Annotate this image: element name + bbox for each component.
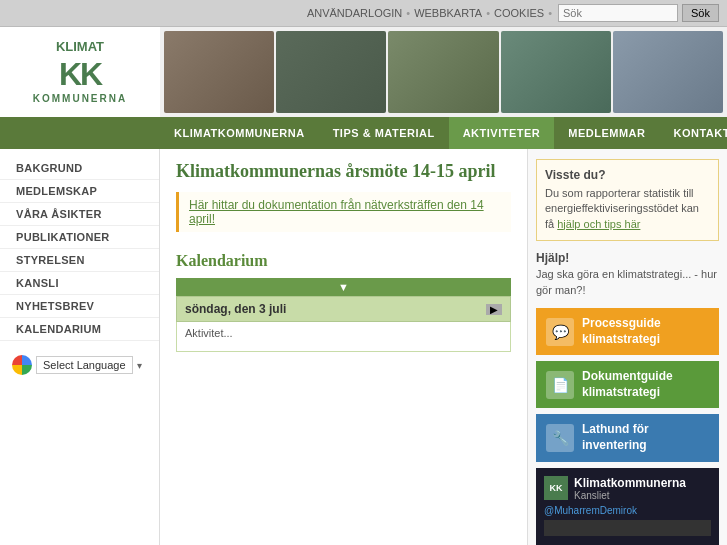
sidebar-item-styrelsen[interactable]: STYRELSEN — [0, 249, 159, 272]
nav-items: KLIMATKOMMUNERNA TIPS & MATERIAL AKTIVIT… — [160, 117, 727, 149]
wrench-icon: 🔧 — [546, 424, 574, 452]
main-content: Klimatkommunernas årsmöte 14-15 april Hä… — [160, 149, 527, 545]
visste-text: Du som rapporterar statistik till energi… — [545, 186, 710, 232]
topbar-cookies-link[interactable]: COOKIES — [494, 7, 544, 19]
chat-icon: 💬 — [546, 318, 574, 346]
guide-processguide-text: Processguideklimatstrategi — [582, 316, 661, 347]
content-wrapper: BAKGRUND MEDLEMSKAP VÅRA ÅSIKTER PUBLIKA… — [0, 149, 727, 545]
kal-event-date: söndag, den 3 juli — [185, 302, 286, 316]
guide-card-dokumentguide[interactable]: 📄 Dokumentguideklimatstrategi — [536, 361, 719, 408]
sidebar-item-nyhetsbrev[interactable]: NYHETSBREV — [0, 295, 159, 318]
topbar-webbkarta-link[interactable]: WEBBKARTA — [414, 7, 482, 19]
header: KLIMAT KK KOMMUNERNA — [0, 27, 727, 117]
guide-card-processguide[interactable]: 💬 Processguideklimatstrategi — [536, 308, 719, 355]
highlight-box: Här hittar du dokumentation från nätverk… — [176, 192, 511, 232]
kal-event-body: Aktivitet... — [176, 322, 511, 352]
nav-tips-material[interactable]: TIPS & MATERIAL — [319, 117, 449, 149]
sidebar-item-vara-asikter[interactable]: VÅRA ÅSIKTER — [0, 203, 159, 226]
google-translate-icon — [12, 355, 32, 375]
sidebar-item-kalendarium[interactable]: KALENDARIUM — [0, 318, 159, 341]
visste-link[interactable]: hjälp och tips här — [557, 218, 640, 230]
guide-dokumentguide-text: Dokumentguideklimatstrategi — [582, 369, 673, 400]
kansliet-logo: KK — [544, 476, 568, 500]
logo-area[interactable]: KLIMAT KK KOMMUNERNA — [0, 27, 160, 117]
sidebar-item-publikationer[interactable]: PUBLIKATIONER — [0, 226, 159, 249]
kansliet-title: Klimatkommunerna — [574, 476, 686, 490]
nav-medlemmar[interactable]: MEDLEMMAR — [554, 117, 659, 149]
kansliet-label: Kansliet — [574, 490, 686, 501]
topbar-login-link[interactable]: ANVÄNDARLOGIN — [307, 7, 402, 19]
right-panel: Visste du? Du som rapporterar statistik … — [527, 149, 727, 545]
top-bar-links: ANVÄNDARLOGIN • WEBBKARTA • COOKIES • — [307, 7, 552, 19]
kalendarium-scroll-down[interactable]: ▼ — [176, 278, 511, 296]
top-bar: ANVÄNDARLOGIN • WEBBKARTA • COOKIES • Sö… — [0, 0, 727, 27]
highlight-link[interactable]: Här hittar du dokumentation från nätverk… — [189, 198, 484, 226]
sidebar-item-kansli[interactable]: KANSLI — [0, 272, 159, 295]
kal-event-header: söndag, den 3 juli ▶ — [176, 296, 511, 322]
hjalp-section: Hjälp! Jag ska göra en klimatstrategi...… — [536, 251, 719, 298]
header-img-3 — [388, 31, 498, 113]
kal-event-text: Aktivitet... — [185, 327, 233, 339]
select-language-button[interactable]: Select Language — [36, 356, 133, 374]
select-language-area: Select Language ▾ — [0, 345, 159, 385]
search-input[interactable] — [558, 4, 678, 22]
header-images — [160, 27, 727, 117]
page-title: Klimatkommunernas årsmöte 14-15 april — [176, 161, 511, 182]
sidebar: BAKGRUND MEDLEMSKAP VÅRA ÅSIKTER PUBLIKA… — [0, 149, 160, 545]
hjalp-text: Jag ska göra en klimatstrategi... - hur … — [536, 267, 719, 298]
kalendarium-title: Kalendarium — [176, 252, 511, 270]
kalendarium-section: Kalendarium ▼ söndag, den 3 juli ▶ Aktiv… — [176, 252, 511, 352]
kansliet-scroll-button[interactable] — [544, 520, 711, 536]
main-nav: KLIMATKOMMUNERNA TIPS & MATERIAL AKTIVIT… — [0, 117, 727, 149]
header-img-2 — [276, 31, 386, 113]
header-img-5 — [613, 31, 723, 113]
kansliet-tweet[interactable]: @MuharremDemirok — [544, 505, 711, 516]
kal-scroll-right[interactable]: ▶ — [486, 304, 502, 315]
header-img-1 — [164, 31, 274, 113]
language-dropdown-arrow[interactable]: ▾ — [137, 360, 142, 371]
header-img-4 — [501, 31, 611, 113]
document-icon: 📄 — [546, 371, 574, 399]
kansliet-card: KK Klimatkommunerna Kansliet @MuharremDe… — [536, 468, 719, 545]
visste-title: Visste du? — [545, 168, 710, 182]
guide-card-lathund[interactable]: 🔧 Lathund förinventering — [536, 414, 719, 461]
visste-box: Visste du? Du som rapporterar statistik … — [536, 159, 719, 241]
sidebar-item-medlemskap[interactable]: MEDLEMSKAP — [0, 180, 159, 203]
search-area: Sök — [558, 4, 719, 22]
sidebar-item-bakgrund[interactable]: BAKGRUND — [0, 157, 159, 180]
hjalp-title: Hjälp! — [536, 251, 719, 265]
logo-klimat: KLIMAT KK KOMMUNERNA — [33, 39, 127, 105]
nav-klimatkommunerna[interactable]: KLIMATKOMMUNERNA — [160, 117, 319, 149]
guide-lathund-text: Lathund förinventering — [582, 422, 649, 453]
nav-kontakt[interactable]: KONTAKT — [659, 117, 727, 149]
nav-aktiviteter[interactable]: AKTIVITETER — [449, 117, 555, 149]
kansliet-header: KK Klimatkommunerna Kansliet — [544, 476, 711, 501]
search-button[interactable]: Sök — [682, 4, 719, 22]
